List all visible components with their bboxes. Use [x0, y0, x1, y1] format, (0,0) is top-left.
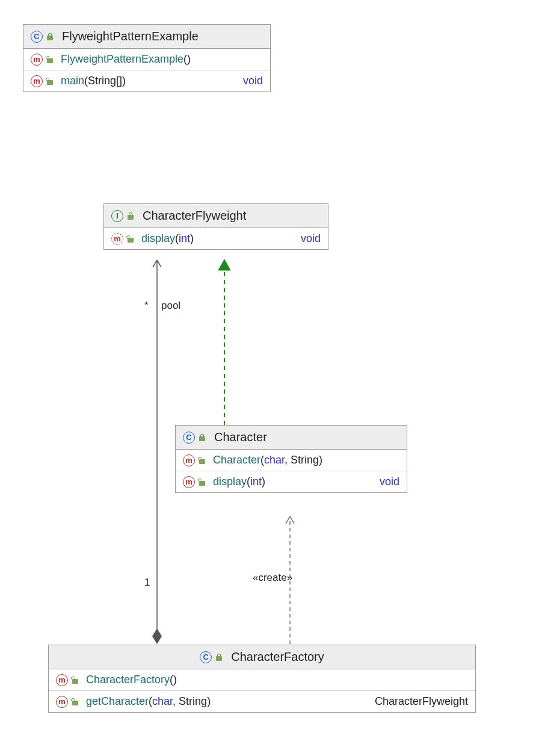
class-title: CharacterFactory	[231, 650, 324, 664]
method-icon: m	[31, 75, 43, 87]
method-icon: m	[56, 696, 68, 708]
member-row: m display(int) void	[104, 228, 328, 249]
class-header: C CharacterFactory	[49, 645, 475, 669]
class-title: CharacterFlyweight	[143, 209, 246, 223]
class-flyweight-pattern-example: C FlyweightPatternExample m FlyweightPat…	[23, 24, 271, 92]
member-row: m getCharacter(char, String) CharacterFl…	[49, 691, 475, 712]
visibility-icon	[199, 434, 206, 441]
visibility-icon	[46, 56, 54, 63]
create-stereotype-label: «create»	[253, 572, 292, 584]
svg-line-7	[286, 516, 290, 524]
class-title: Character	[214, 430, 267, 444]
svg-marker-5	[218, 259, 230, 270]
class-header: C FlyweightPatternExample	[23, 25, 270, 49]
visibility-icon	[199, 457, 206, 464]
member-row: m display(int) void	[176, 471, 407, 492]
svg-line-2	[153, 260, 157, 267]
multiplicity-bottom-label: 1	[144, 577, 150, 589]
visibility-icon	[127, 212, 134, 220]
multiplicity-top-label: *	[144, 300, 149, 312]
svg-line-3	[157, 260, 161, 267]
method-icon: m	[31, 54, 43, 66]
abstract-method-icon: m	[111, 233, 123, 245]
visibility-icon	[199, 479, 206, 486]
class-character: C Character m Character(char, String) m …	[175, 425, 407, 493]
interface-character-flyweight: I CharacterFlyweight m display(int) void	[103, 203, 328, 250]
visibility-icon	[127, 235, 134, 243]
svg-line-8	[290, 516, 294, 524]
method-icon: m	[183, 476, 195, 488]
visibility-icon	[46, 33, 54, 40]
pool-role-label: pool	[161, 300, 180, 312]
interface-icon: I	[111, 210, 123, 222]
member-row: m CharacterFactory()	[49, 669, 475, 691]
visibility-icon	[215, 654, 223, 661]
class-icon: C	[200, 651, 212, 663]
class-header: I CharacterFlyweight	[104, 204, 328, 228]
visibility-icon	[72, 677, 79, 684]
class-character-factory: C CharacterFactory m CharacterFactory() …	[48, 645, 476, 713]
class-icon: C	[183, 432, 195, 444]
method-icon: m	[56, 674, 68, 686]
member-row: m FlyweightPatternExample()	[23, 49, 270, 70]
uml-connectors	[0, 0, 533, 756]
visibility-icon	[46, 78, 54, 85]
class-header: C Character	[176, 426, 407, 450]
method-icon: m	[183, 454, 195, 466]
class-icon: C	[31, 31, 43, 43]
member-row: m main(String[]) void	[23, 70, 270, 91]
visibility-icon	[72, 698, 79, 705]
svg-marker-1	[152, 628, 162, 644]
class-title: FlyweightPatternExample	[62, 29, 199, 43]
member-row: m Character(char, String)	[176, 450, 407, 471]
